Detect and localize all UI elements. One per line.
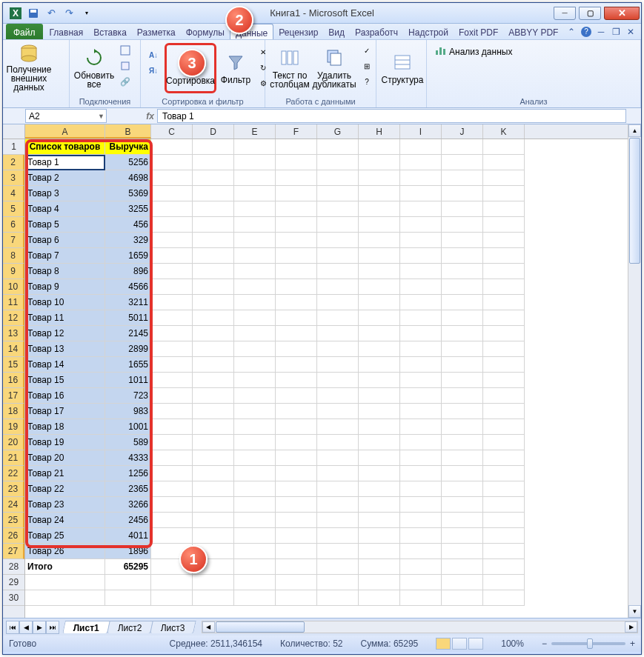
sheet-nav-first-icon[interactable]: ⏮ bbox=[6, 621, 19, 634]
whatif-icon[interactable]: ? bbox=[359, 74, 375, 89]
cell-A17[interactable]: Товар 16 bbox=[25, 388, 105, 404]
cell-I5[interactable] bbox=[400, 201, 442, 217]
cell-D12[interactable] bbox=[193, 310, 234, 326]
cell-E13[interactable] bbox=[234, 326, 276, 341]
cell-A15[interactable]: Товар 14 bbox=[25, 357, 105, 373]
cell-C17[interactable] bbox=[151, 388, 193, 404]
cell-H8[interactable] bbox=[359, 248, 400, 264]
doc-restore-icon[interactable]: ❐ bbox=[610, 26, 622, 38]
cell-G15[interactable] bbox=[317, 357, 359, 373]
cell-I17[interactable] bbox=[400, 388, 442, 404]
view-page-layout-button[interactable] bbox=[452, 638, 467, 650]
cell-I30[interactable] bbox=[400, 590, 442, 606]
cell-I23[interactable] bbox=[400, 481, 442, 497]
cell-F13[interactable] bbox=[276, 326, 317, 341]
cell-E30[interactable] bbox=[234, 590, 276, 606]
cell-K20[interactable] bbox=[483, 435, 525, 450]
tab-разработч[interactable]: Разработч bbox=[350, 24, 403, 39]
cell-G8[interactable] bbox=[317, 248, 359, 264]
cell-F30[interactable] bbox=[276, 590, 317, 606]
cell-K27[interactable] bbox=[483, 544, 525, 559]
cell-B8[interactable]: 1659 bbox=[105, 248, 151, 264]
cell-F11[interactable] bbox=[276, 295, 317, 310]
cell-F7[interactable] bbox=[276, 233, 317, 248]
cell-F16[interactable] bbox=[276, 373, 317, 388]
cell-C14[interactable] bbox=[151, 341, 193, 357]
row-header-6[interactable]: 6 bbox=[3, 217, 24, 233]
cell-A22[interactable]: Товар 21 bbox=[25, 466, 105, 481]
cell-H30[interactable] bbox=[359, 590, 400, 606]
cell-A5[interactable]: Товар 4 bbox=[25, 201, 105, 217]
zoom-knob[interactable] bbox=[587, 638, 593, 649]
row-header-17[interactable]: 17 bbox=[3, 388, 24, 404]
tab-главная[interactable]: Главная bbox=[44, 24, 89, 39]
cell-K6[interactable] bbox=[483, 217, 525, 233]
cell-A11[interactable]: Товар 10 bbox=[25, 295, 105, 310]
cell-C21[interactable] bbox=[151, 450, 193, 466]
cell-E20[interactable] bbox=[234, 435, 276, 450]
cell-B21[interactable]: 4333 bbox=[105, 450, 151, 466]
cell-G6[interactable] bbox=[317, 217, 359, 233]
cell-C6[interactable] bbox=[151, 217, 193, 233]
cell-G16[interactable] bbox=[317, 373, 359, 388]
cell-A27[interactable]: Товар 26 bbox=[25, 544, 105, 559]
col-header-H[interactable]: H bbox=[359, 124, 400, 139]
cell-E4[interactable] bbox=[234, 186, 276, 201]
cell-I6[interactable] bbox=[400, 217, 442, 233]
cell-K2[interactable] bbox=[483, 155, 525, 170]
cell-I4[interactable] bbox=[400, 186, 442, 201]
cell-F19[interactable] bbox=[276, 419, 317, 435]
cell-G3[interactable] bbox=[317, 170, 359, 186]
cell-F21[interactable] bbox=[276, 450, 317, 466]
cell-A18[interactable]: Товар 17 bbox=[25, 404, 105, 419]
cell-I11[interactable] bbox=[400, 295, 442, 310]
cell-D16[interactable] bbox=[193, 373, 234, 388]
cell-J26[interactable] bbox=[442, 528, 483, 544]
cell-J23[interactable] bbox=[442, 481, 483, 497]
cell-J28[interactable] bbox=[442, 559, 483, 575]
tab-file[interactable]: Файл bbox=[6, 24, 43, 39]
cell-A9[interactable]: Товар 8 bbox=[25, 264, 105, 279]
cell-H29[interactable] bbox=[359, 575, 400, 590]
cell-A28[interactable]: Итого bbox=[25, 559, 105, 575]
cell-J1[interactable] bbox=[442, 139, 483, 155]
row-header-13[interactable]: 13 bbox=[3, 326, 24, 341]
cell-D15[interactable] bbox=[193, 357, 234, 373]
cell-A24[interactable]: Товар 23 bbox=[25, 497, 105, 513]
cell-D26[interactable] bbox=[193, 528, 234, 544]
cell-B2[interactable]: 5256 bbox=[105, 155, 151, 170]
tab-рецензир[interactable]: Рецензир bbox=[273, 24, 323, 39]
cell-E24[interactable] bbox=[234, 497, 276, 513]
row-header-21[interactable]: 21 bbox=[3, 450, 24, 466]
cell-D5[interactable] bbox=[193, 201, 234, 217]
cell-F9[interactable] bbox=[276, 264, 317, 279]
cell-I10[interactable] bbox=[400, 279, 442, 295]
hscroll-thumb[interactable] bbox=[216, 621, 305, 633]
cell-B24[interactable]: 3266 bbox=[105, 497, 151, 513]
cell-H15[interactable] bbox=[359, 357, 400, 373]
cell-H11[interactable] bbox=[359, 295, 400, 310]
refresh-all-button[interactable]: Обновить все bbox=[74, 43, 114, 92]
cell-J7[interactable] bbox=[442, 233, 483, 248]
row-header-18[interactable]: 18 bbox=[3, 404, 24, 419]
cell-J24[interactable] bbox=[442, 497, 483, 513]
row-header-30[interactable]: 30 bbox=[3, 590, 24, 606]
cell-J30[interactable] bbox=[442, 590, 483, 606]
cell-K10[interactable] bbox=[483, 279, 525, 295]
cell-B5[interactable]: 3255 bbox=[105, 201, 151, 217]
cell-B11[interactable]: 3211 bbox=[105, 295, 151, 310]
cell-G2[interactable] bbox=[317, 155, 359, 170]
cell-H17[interactable] bbox=[359, 388, 400, 404]
cell-F2[interactable] bbox=[276, 155, 317, 170]
cell-G18[interactable] bbox=[317, 404, 359, 419]
cell-A12[interactable]: Товар 11 bbox=[25, 310, 105, 326]
cell-D14[interactable] bbox=[193, 341, 234, 357]
cell-G9[interactable] bbox=[317, 264, 359, 279]
zoom-out-button[interactable]: − bbox=[542, 638, 547, 649]
row-header-19[interactable]: 19 bbox=[3, 419, 24, 435]
cell-B12[interactable]: 5011 bbox=[105, 310, 151, 326]
cell-J3[interactable] bbox=[442, 170, 483, 186]
cell-E10[interactable] bbox=[234, 279, 276, 295]
cell-J16[interactable] bbox=[442, 373, 483, 388]
col-header-G[interactable]: G bbox=[317, 124, 359, 139]
